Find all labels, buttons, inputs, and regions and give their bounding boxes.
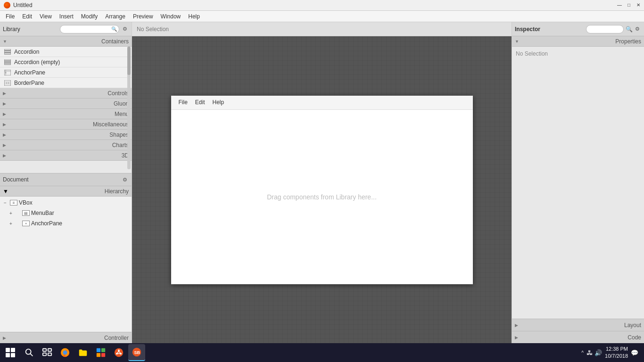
menu-insert[interactable]: Insert — [56, 12, 77, 21]
menu-arrange[interactable]: Arrange — [101, 12, 129, 21]
taskbar-scenebuilder[interactable]: SB — [128, 344, 145, 361]
containers-label: Containers — [9, 38, 129, 45]
layout-label: Layout — [520, 322, 641, 329]
inspector-panel: Inspector 🔍 ⚙ ▼ Properties No Selection … — [512, 22, 644, 343]
section-gluon[interactable]: ▶ Gluon — [0, 99, 132, 109]
menu-file[interactable]: File — [2, 12, 18, 21]
notification-icon[interactable]: 💬 — [631, 349, 638, 356]
menu-window[interactable]: Window — [157, 12, 185, 21]
svg-text:+: + — [5, 71, 7, 74]
code-label: Code — [520, 334, 641, 341]
list-item[interactable]: Accordion — [0, 47, 132, 57]
shapes-arrow: ▶ — [3, 132, 6, 137]
menu-help[interactable]: Help — [184, 12, 204, 21]
controls-label: Controls — [8, 90, 129, 97]
section-shapes[interactable]: ▶ Shapes — [0, 130, 132, 140]
inspector-search-input[interactable] — [589, 26, 620, 32]
start-button[interactable] — [2, 344, 19, 361]
section-3d[interactable]: ▶ 3D — [0, 150, 132, 161]
list-item[interactable]: BorderPane — [0, 78, 132, 88]
maximize-button[interactable]: □ — [625, 1, 633, 8]
menu-edit[interactable]: Edit — [18, 12, 36, 21]
menubar-label: MenuBar — [31, 210, 54, 216]
taskbar-appstore[interactable] — [92, 344, 109, 361]
show-hidden-icons[interactable]: ^ — [581, 350, 584, 355]
layout-section[interactable]: ▶ Layout — [512, 319, 644, 331]
controls-arrow: ▶ — [3, 91, 6, 96]
tree-item-anchorpane[interactable]: + + AnchorPane — [0, 218, 132, 229]
containers-arrow: ▼ — [3, 39, 7, 44]
code-section[interactable]: ▶ Code — [512, 331, 644, 343]
svg-point-28 — [118, 350, 120, 352]
menu-label: Menu — [8, 111, 129, 117]
tree-item-menubar[interactable]: + ▤ MenuBar — [0, 208, 132, 218]
tray-clock[interactable]: 12:38 PM 10/7/2018 — [605, 346, 628, 360]
anchorpane-tree-icon: + — [22, 221, 30, 226]
design-canvas[interactable]: File Edit Help Drag components from Libr… — [171, 96, 473, 284]
app-icon — [4, 2, 10, 8]
svg-point-15 — [26, 349, 31, 354]
taskbar-task-view[interactable] — [39, 344, 56, 361]
canvas-content[interactable]: Drag components from Library here... — [171, 110, 473, 284]
charts-label: Charts — [8, 142, 129, 148]
item-label: Accordion (empty) — [14, 59, 60, 66]
properties-arrow: ▼ — [515, 39, 519, 44]
inspector-search-icon[interactable]: 🔍 — [626, 26, 633, 33]
menu-view[interactable]: View — [36, 12, 56, 21]
svg-text:SB: SB — [134, 350, 140, 355]
borderpane-icon — [4, 79, 11, 87]
vbox-toggle[interactable]: − — [2, 199, 8, 206]
library-search-input[interactable] — [62, 26, 112, 32]
anchorpane-icon: + — [4, 69, 11, 76]
canvas-menu-file[interactable]: File — [175, 98, 191, 107]
taskbar-firefox[interactable] — [57, 344, 74, 361]
svg-rect-4 — [4, 61, 11, 63]
section-charts[interactable]: ▶ Charts — [0, 140, 132, 150]
library-gear-button[interactable]: ⚙ — [121, 25, 129, 33]
taskbar-search[interactable] — [21, 344, 38, 361]
accordion-empty-icon — [4, 58, 11, 66]
controller-label: Controller — [8, 335, 129, 341]
section-menu[interactable]: ▶ Menu — [0, 109, 132, 119]
threed-label: 3D — [8, 152, 129, 159]
minimize-button[interactable]: — — [616, 1, 623, 8]
library-search-box[interactable]: 🔍 — [60, 25, 120, 33]
vbox-icon: ≡ — [10, 200, 17, 206]
misc-arrow: ▶ — [3, 122, 6, 127]
hierarchy-content: − ≡ VBox + ▤ MenuBar + + AnchorPane — [0, 197, 132, 332]
document-label: Document — [3, 176, 121, 183]
section-controls[interactable]: ▶ Controls — [0, 88, 132, 99]
content-bar: No Selection — [132, 22, 512, 36]
window-controls: — □ ✕ — [616, 1, 642, 8]
taskbar-files[interactable] — [74, 344, 91, 361]
code-arrow: ▶ — [515, 335, 518, 340]
menubar-toggle[interactable]: + — [8, 210, 14, 216]
svg-rect-26 — [101, 353, 105, 357]
network-icon[interactable]: 🖧 — [586, 349, 593, 356]
item-label: BorderPane — [14, 80, 44, 86]
menu-preview[interactable]: Preview — [129, 12, 157, 21]
volume-icon[interactable]: 🔊 — [594, 349, 602, 356]
controller-section: ▶ Controller — [0, 332, 132, 343]
inspector-gear-button[interactable]: ⚙ — [634, 25, 641, 33]
taskbar-ubuntu[interactable] — [110, 344, 127, 361]
menu-modify[interactable]: Modify — [77, 12, 101, 21]
tree-item-vbox[interactable]: − ≡ VBox — [0, 197, 132, 208]
window-title: Untitled — [13, 2, 33, 8]
inspector-search-box[interactable] — [586, 25, 624, 33]
section-miscellaneous[interactable]: ▶ Miscellaneous — [0, 119, 132, 130]
title-bar: Untitled — □ ✕ — [0, 0, 644, 11]
charts-arrow: ▶ — [3, 143, 6, 148]
section-containers[interactable]: ▼ Containers — [0, 36, 132, 47]
list-item[interactable]: Accordion (empty) — [0, 57, 132, 67]
canvas-menubar: File Edit Help — [171, 96, 473, 110]
svg-line-16 — [30, 354, 33, 356]
no-selection-text: No Selection — [512, 47, 644, 61]
canvas-menu-edit[interactable]: Edit — [191, 98, 209, 107]
canvas-menu-help[interactable]: Help — [209, 98, 228, 107]
close-button[interactable]: ✕ — [635, 1, 642, 8]
document-gear-button[interactable]: ⚙ — [121, 176, 129, 183]
list-item[interactable]: + AnchorPane — [0, 67, 132, 78]
anchorpane-toggle[interactable]: + — [8, 220, 14, 227]
library-header: Library 🔍 ⚙ — [0, 22, 132, 36]
